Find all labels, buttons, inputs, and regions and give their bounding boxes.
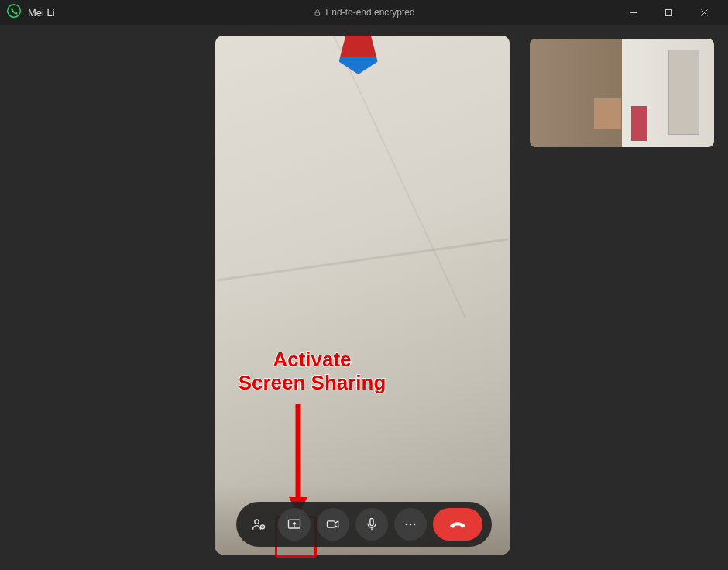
svg-rect-1 xyxy=(315,12,320,15)
svg-rect-13 xyxy=(328,521,335,527)
svg-rect-3 xyxy=(665,9,671,15)
participants-icon xyxy=(251,517,266,532)
svg-point-17 xyxy=(414,524,416,526)
svg-point-0 xyxy=(8,5,21,18)
remote-video-feed[interactable] xyxy=(215,36,510,555)
participants-button[interactable] xyxy=(246,511,272,537)
screen-share-button[interactable] xyxy=(278,508,311,541)
local-video-preview[interactable] xyxy=(530,39,714,147)
end-call-button[interactable] xyxy=(433,508,482,541)
screen-share-icon xyxy=(287,517,302,532)
svg-point-15 xyxy=(406,524,408,526)
call-controls-bar xyxy=(236,502,492,547)
svg-rect-14 xyxy=(370,519,373,526)
microphone-icon xyxy=(364,517,379,532)
more-icon xyxy=(403,517,418,532)
mic-toggle-button[interactable] xyxy=(355,508,388,541)
svg-point-16 xyxy=(410,524,412,526)
close-button[interactable] xyxy=(686,0,722,25)
svg-point-8 xyxy=(255,520,259,524)
titlebar: Mei Li End-to-end encrypted xyxy=(0,0,728,25)
whatsapp-icon xyxy=(6,3,28,22)
video-placeholder xyxy=(215,36,510,555)
encryption-label: End-to-end encrypted xyxy=(313,7,414,18)
video-icon xyxy=(325,517,341,532)
more-options-button[interactable] xyxy=(394,508,427,541)
maximize-button[interactable] xyxy=(651,0,686,25)
lock-icon xyxy=(313,9,321,17)
contact-name: Mei Li xyxy=(28,7,55,19)
minimize-button[interactable] xyxy=(615,0,651,25)
video-call-area: Activate Screen Sharing xyxy=(0,25,728,570)
end-call-icon xyxy=(448,514,468,534)
annotation-text: Activate Screen Sharing xyxy=(215,349,409,395)
video-toggle-button[interactable] xyxy=(317,508,349,541)
window-controls xyxy=(615,0,722,25)
